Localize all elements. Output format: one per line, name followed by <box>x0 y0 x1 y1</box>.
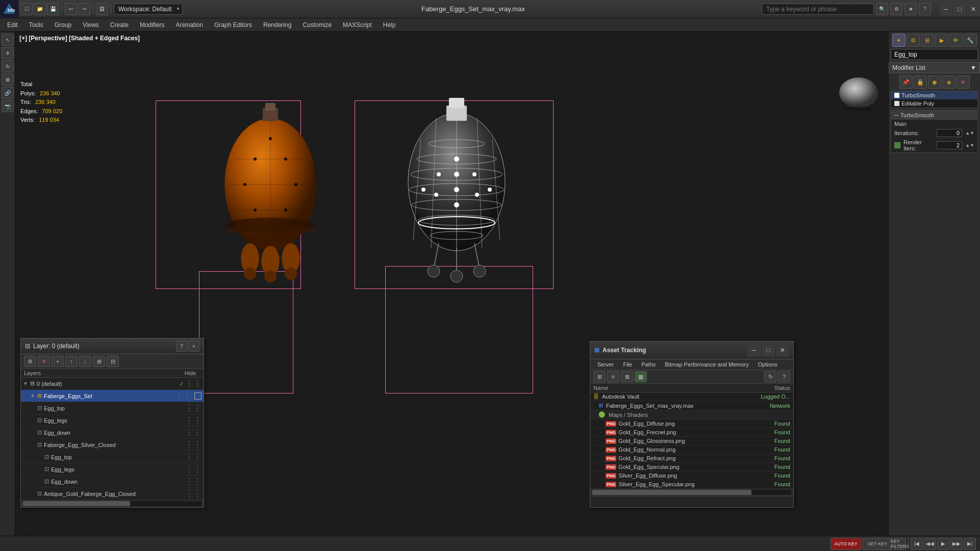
asset-row-4[interactable]: PNG Gold_Egg_Frecnel.png Found <box>590 428 793 437</box>
at-btn-4[interactable]: ▦ <box>635 371 647 382</box>
modifier-item-epoly[interactable]: Editable Poly <box>891 99 977 108</box>
layer-list[interactable]: ▼ ⊟ 0 (default) ✓ ⋮⋮ ▼ ⊞ Faberge_Eggs_Se… <box>21 378 204 500</box>
asset-menu-options[interactable]: Options <box>754 360 782 369</box>
layer-settings-btn[interactable]: ⚙ <box>24 356 36 367</box>
layer-add-btn[interactable]: + <box>52 356 64 367</box>
main-viewport[interactable]: [+] [Perspective] [Shaded + Edged Faces]… <box>15 32 888 536</box>
workspace-dropdown[interactable]: Workspace: Default <box>114 4 183 15</box>
menu-views[interactable]: Views <box>78 20 104 30</box>
layer-help-button[interactable]: ? <box>176 340 187 352</box>
layer-row-2[interactable]: ⊡ Egg_top ⋮⋮ <box>21 402 204 414</box>
render-button[interactable]: 🖼 <box>96 3 108 15</box>
close-button[interactable]: ✕ <box>967 3 980 16</box>
asset-list[interactable]: 🗄 Autodesk Vault Logged O... ⊞ Faberge_E… <box>590 392 793 489</box>
at-btn-refresh[interactable]: ↻ <box>764 371 776 382</box>
menu-maxscript[interactable]: MAXScript <box>338 20 377 30</box>
play-fwd-btn[interactable]: ▶▶ <box>950 538 963 550</box>
ts-render-iters-checkbox[interactable] <box>894 142 900 148</box>
play-back-btn[interactable]: ◀◀ <box>924 538 936 550</box>
asset-row-3[interactable]: PNG Gold_Egg_Diffuse.png Found <box>590 419 793 428</box>
undo-button[interactable]: ↩ <box>65 3 77 15</box>
save-button[interactable]: 💾 <box>47 3 59 15</box>
remove-modifier-icon[interactable]: ✕ <box>957 75 970 89</box>
asset-scrollbar[interactable] <box>592 490 791 495</box>
modifier-list-dropdown[interactable]: Modifier List ▼ <box>889 62 980 73</box>
ts-render-iters-arrows[interactable]: ▲▼ <box>965 143 974 148</box>
layer-row-1[interactable]: ▼ ⊞ Faberge_Eggs_Set ⋮⋮ <box>21 390 204 402</box>
asset-row-7[interactable]: PNG Gold_Egg_Refract.png Found <box>590 454 793 463</box>
minimize-button[interactable]: ─ <box>939 3 952 16</box>
rotate-tool[interactable]: ↻ <box>2 60 14 72</box>
menu-animation[interactable]: Animation <box>171 20 208 30</box>
scale-tool[interactable]: ⊠ <box>2 73 14 86</box>
asset-menu-file[interactable]: File <box>619 360 636 369</box>
object-name-field[interactable] <box>891 49 978 60</box>
menu-customize[interactable]: Customize <box>297 20 337 30</box>
link-tool[interactable]: 🔗 <box>2 87 14 99</box>
make-unique-icon[interactable]: ◈ <box>942 75 956 89</box>
settings-button[interactable]: ⚙ <box>890 3 902 15</box>
asset-minimize-btn[interactable]: ─ <box>747 344 761 357</box>
menu-group[interactable]: Group <box>49 20 77 30</box>
motion-icon[interactable]: ▶ <box>935 34 948 47</box>
redo-button[interactable]: ↪ <box>78 3 90 15</box>
search-input[interactable] <box>762 4 874 15</box>
layer-expand-btn[interactable]: ⊞ <box>93 356 105 367</box>
modify-icon[interactable]: ⚙ <box>907 34 920 47</box>
menu-edit[interactable]: Edit <box>2 20 23 30</box>
asset-row-10[interactable]: PNG Silver_Egg_Egg_Specular.png Found <box>590 480 793 489</box>
menu-create[interactable]: Create <box>105 20 134 30</box>
menu-modifiers[interactable]: Modifiers <box>135 20 170 30</box>
ts-iterations-arrows[interactable]: ▲▼ <box>965 130 974 136</box>
ts-render-iters-input[interactable] <box>937 141 962 149</box>
layer-up-btn[interactable]: ↑ <box>65 356 78 367</box>
layer-row-9[interactable]: ⊡ Antique_Gold_Faberge_Egg_Closed ⋮⋮ <box>21 488 204 500</box>
display-icon[interactable]: 👁 <box>949 34 963 47</box>
set-key-btn[interactable]: SET KEY <box>862 538 893 550</box>
open-button[interactable]: 📁 <box>34 3 46 15</box>
move-tool[interactable]: ✛ <box>2 47 14 59</box>
lock-icon[interactable]: 🔒 <box>914 75 927 89</box>
layer-row-5[interactable]: ⊡ Faberge_Egg_Silver_Closed ⋮⋮ <box>21 439 204 451</box>
search-button[interactable]: 🔍 <box>876 3 888 15</box>
layer-down-btn[interactable]: ↓ <box>79 356 91 367</box>
pin-stack-icon[interactable]: 📌 <box>899 75 913 89</box>
asset-row-8[interactable]: PNG Gold_Egg_Specular.png Found <box>590 463 793 471</box>
frame-next-btn[interactable]: ▶| <box>964 538 976 550</box>
menu-help[interactable]: Help <box>378 20 401 30</box>
layer-row-8[interactable]: ⊡ Egg_down ⋮⋮ <box>21 476 204 488</box>
asset-row-9[interactable]: PNG Silver_Egg_Diffuse.png Found <box>590 471 793 480</box>
animate-btn[interactable]: AUTO KEY <box>831 538 861 550</box>
layer-row-7[interactable]: ⊡ Egg_legs ⋮⋮ <box>21 463 204 476</box>
menu-rendering[interactable]: Rendering <box>258 20 296 30</box>
asset-row-1[interactable]: ⊞ Faberge_Eggs_Set_max_vray.max Network <box>590 401 793 410</box>
play-btn[interactable]: ▶ <box>937 538 949 550</box>
layer-close-button[interactable]: × <box>188 340 199 352</box>
camera-tool[interactable]: 📷 <box>2 100 14 112</box>
maximize-button[interactable]: □ <box>953 3 966 16</box>
modifier-item-turbosmooth[interactable]: TurboSmooth <box>891 91 977 99</box>
layer-row-6[interactable]: ⊡ Egg_top ⋮⋮ <box>21 451 204 463</box>
hierarchy-icon[interactable]: ⊞ <box>921 34 934 47</box>
asset-row-2[interactable]: 🟢 Maps / Shaders <box>590 410 793 419</box>
layer-delete-btn[interactable]: ✕ <box>38 356 50 367</box>
bookmark-button[interactable]: ★ <box>904 3 917 15</box>
asset-row-5[interactable]: PNG Gold_Egg_Glossiness.png Found <box>590 437 793 445</box>
asset-menu-paths[interactable]: Paths <box>637 360 660 369</box>
select-tool[interactable]: ↖ <box>2 34 14 46</box>
asset-menu-bitmap[interactable]: Bitmap Performance and Memory <box>661 360 752 369</box>
asset-row-0[interactable]: 🗄 Autodesk Vault Logged O... <box>590 392 793 401</box>
show-end-result-icon[interactable]: ◉ <box>928 75 941 89</box>
asset-row-6[interactable]: PNG Gold_Egg_Normal.png Found <box>590 445 793 454</box>
layer-row-4[interactable]: ⊡ Egg_down ⋮⋮ <box>21 427 204 439</box>
layer-scrollbar[interactable] <box>23 501 202 506</box>
help-button[interactable]: ? <box>919 3 931 15</box>
at-btn-help[interactable]: ? <box>778 371 790 382</box>
at-btn-1[interactable]: ⊞ <box>593 371 606 382</box>
utility-icon[interactable]: 🔧 <box>964 34 977 47</box>
asset-maximize-btn[interactable]: □ <box>762 344 775 357</box>
asset-close-btn[interactable]: ✕ <box>776 344 789 357</box>
menu-tools[interactable]: Tools <box>24 20 48 30</box>
at-btn-2[interactable]: ≡ <box>607 371 619 382</box>
ts-iterations-input[interactable] <box>937 129 962 137</box>
